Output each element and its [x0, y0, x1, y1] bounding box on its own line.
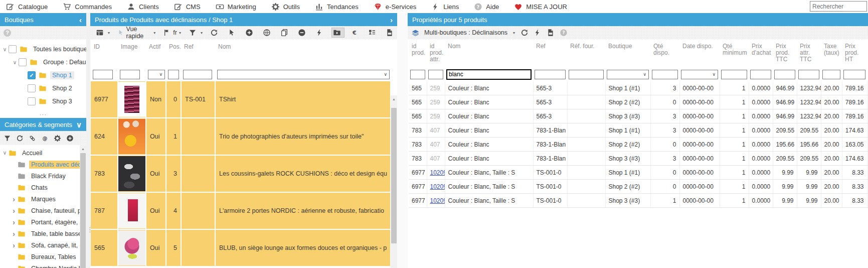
taxe-cell[interactable]: 20.00 — [821, 138, 842, 152]
id-attr-cell[interactable]: 259 — [427, 95, 445, 109]
product-name-cell[interactable]: TShirt — [215, 81, 391, 118]
menu-liens[interactable]: Liens — [431, 3, 459, 11]
boutique-cell[interactable]: Shop 2 (#2) — [605, 138, 650, 152]
taxe-filter-input[interactable] — [822, 70, 840, 79]
panels-splitter-horizontal[interactable]: ··· — [0, 111, 86, 118]
attr-name-cell[interactable]: Couleur : Blanc — [445, 123, 533, 138]
ref-four-cell[interactable] — [567, 194, 605, 208]
prix-achat-cell[interactable]: 0.0000 — [749, 138, 773, 152]
column-header[interactable]: Date dispo. — [679, 39, 720, 67]
shop-tree-item[interactable]: Shop 2 — [0, 82, 86, 95]
product-image-cell[interactable] — [118, 192, 146, 229]
attr-ttc-cell[interactable]: 9.99 — [797, 166, 821, 180]
category-tree-item[interactable]: Produits avec déclinaisons — [0, 159, 80, 170]
taxe-cell[interactable]: 20.00 — [821, 152, 842, 166]
product-pos-cell[interactable]: 5 — [166, 229, 181, 266]
menu-aide[interactable]: Aide — [474, 3, 499, 11]
shop-tree-item[interactable]: Shop 1 — [0, 69, 86, 82]
language-selector[interactable]: fr ▾ — [161, 28, 183, 38]
attr-name-cell[interactable]: Couleur : Blanc, Taille : S — [445, 180, 533, 194]
menu-e-services[interactable]: e-Services — [374, 3, 416, 11]
add-category-icon[interactable] — [66, 135, 74, 142]
prix-achat-cell[interactable]: 0.0000 — [749, 180, 773, 194]
category-tree-item[interactable]: Marques — [0, 193, 80, 205]
category-tree-item[interactable]: Sofa, canapé, lit, cli — [0, 239, 80, 251]
refresh-icon[interactable]: ▾ — [209, 28, 222, 38]
ref-four-cell[interactable] — [567, 166, 605, 180]
column-header[interactable]: Ref — [181, 39, 215, 67]
refresh-icon[interactable] — [520, 29, 529, 37]
column-header[interactable]: Nom — [445, 39, 533, 67]
prix-achat-cell[interactable]: 0.0000 — [749, 166, 773, 180]
product-actif-cell[interactable]: Oui — [146, 155, 166, 192]
qty-filter-input[interactable] — [652, 70, 678, 79]
ref-cell[interactable]: 783-1-Blan — [533, 152, 567, 166]
format-values-icon[interactable]: ▾ — [367, 28, 380, 38]
select-pointer-icon[interactable]: ▾ — [226, 28, 239, 38]
expand-panel-icon[interactable]: › — [390, 16, 393, 24]
qmin-cell[interactable]: 1 — [720, 123, 749, 138]
link-icon[interactable] — [29, 135, 36, 142]
attr-ttc-cell[interactable]: 9.99 — [797, 194, 821, 208]
help-icon[interactable] — [560, 29, 568, 37]
prix-ttc-cell[interactable]: 946.99 — [773, 81, 797, 95]
layout-view-icon[interactable]: ▾ — [94, 28, 111, 38]
attr-ttc-cell[interactable]: 1232.94 — [797, 95, 821, 109]
qty-cell[interactable]: 3 — [650, 81, 679, 95]
product-pos-cell[interactable]: 3 — [166, 155, 181, 192]
panel-chevron-down-icon[interactable]: ∨ — [76, 121, 82, 128]
product-id-cell[interactable]: 565 — [91, 229, 118, 266]
product-image-cell[interactable] — [118, 229, 146, 266]
attr-name-cell[interactable]: Couleur : Blanc — [445, 81, 533, 95]
column-header[interactable]: Prix d'achat — [749, 39, 773, 67]
date-cell[interactable]: 0000-00-00 — [679, 123, 720, 138]
product-pos-cell[interactable]: 0 — [166, 81, 181, 118]
id-attr-cell[interactable]: 407 — [427, 123, 445, 138]
id-prod-cell[interactable]: 783 — [409, 152, 427, 166]
expander-icon[interactable] — [10, 230, 18, 238]
nom-filter-select[interactable]: ∨ — [217, 70, 390, 79]
qty-cell[interactable]: 0 — [650, 95, 679, 109]
prix-ht-cell[interactable]: 8.33 — [842, 194, 867, 208]
prix-ht-cell[interactable]: 8.33 — [842, 180, 867, 194]
date-cell[interactable]: 0000-00-00 — [679, 109, 720, 123]
boutique-cell[interactable]: Shop 3 (#3) — [605, 152, 650, 166]
id-filter-input[interactable] — [93, 70, 113, 79]
id-attr-cell[interactable]: 10209 — [427, 194, 445, 208]
product-actif-cell[interactable]: Non — [146, 81, 166, 118]
qmin-cell[interactable]: 1 — [720, 152, 749, 166]
ref-four-filter-input[interactable] — [569, 70, 604, 79]
menu-commandes[interactable]: Commandes — [63, 3, 112, 11]
prix-ttc-cell[interactable]: 195.66 — [773, 138, 797, 152]
product-id-cell[interactable]: 624 — [91, 118, 118, 155]
column-header[interactable]: Réf. four. — [567, 39, 605, 67]
qty-cell[interactable]: 0 — [650, 166, 679, 180]
product-ref-cell[interactable] — [181, 155, 215, 192]
ref-four-cell[interactable] — [567, 180, 605, 194]
prix-achat-filter-input[interactable] — [750, 70, 771, 79]
ref-cell[interactable]: 783-1-Blan — [533, 138, 567, 152]
caret-down-icon[interactable]: ▾ — [513, 31, 515, 35]
export-csv-icon[interactable] — [547, 29, 555, 37]
id-prod-cell[interactable]: 565 — [409, 81, 427, 95]
taxe-cell[interactable]: 20.00 — [821, 166, 842, 180]
product-image-cell[interactable] — [118, 155, 146, 192]
boutique-cell[interactable]: Shop 3 (#3) — [605, 109, 650, 123]
ref-four-cell[interactable] — [567, 123, 605, 138]
shop-checkbox[interactable] — [9, 45, 17, 53]
column-header[interactable]: Prix prod. HT — [842, 39, 867, 67]
product-actif-cell[interactable]: Oui — [146, 118, 166, 155]
boutique-cell[interactable]: Shop 1 (#1) — [605, 123, 650, 138]
id-attr-filter-input[interactable] — [428, 70, 443, 79]
menu-marketing[interactable]: Marketing — [216, 3, 256, 11]
product-id-cell[interactable]: 6977 — [91, 81, 118, 118]
id-prod-filter-input[interactable] — [410, 70, 425, 79]
taxe-cell[interactable]: 20.00 — [821, 81, 842, 95]
attr-name-cell[interactable]: Couleur : Blanc — [445, 95, 533, 109]
categories-scrollbar[interactable]: ▲ — [80, 145, 86, 268]
attr-ttc-cell[interactable]: 1232.94 — [797, 109, 821, 123]
prix-ttc-cell[interactable]: 946.99 — [773, 109, 797, 123]
prix-achat-cell[interactable]: 0.0000 — [749, 123, 773, 138]
qty-cell[interactable]: 3 — [650, 123, 679, 138]
expander-icon[interactable] — [1, 46, 9, 53]
